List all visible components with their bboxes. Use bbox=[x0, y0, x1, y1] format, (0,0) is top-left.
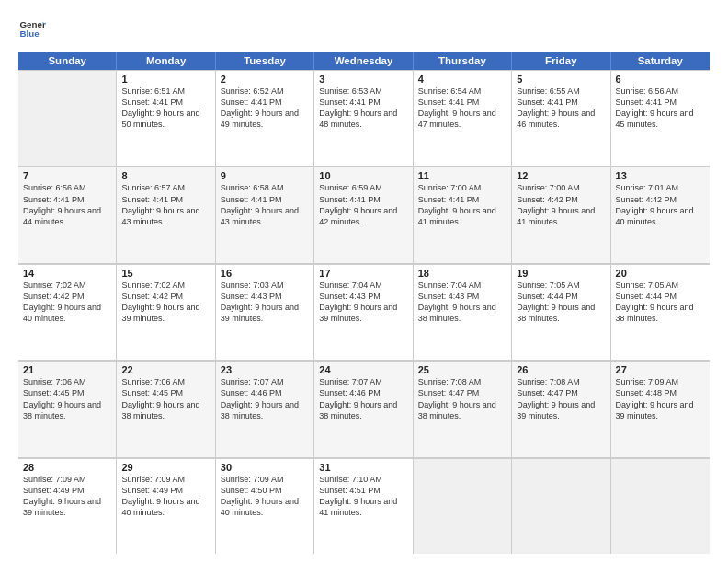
day-info: Sunrise: 6:59 AMSunset: 4:41 PMDaylight:… bbox=[319, 182, 407, 227]
calendar-cell: 11Sunrise: 7:00 AMSunset: 4:41 PMDayligh… bbox=[414, 167, 512, 262]
calendar-cell: 1Sunrise: 6:51 AMSunset: 4:41 PMDaylight… bbox=[117, 70, 215, 166]
calendar-header-cell: Sunday bbox=[18, 52, 117, 70]
calendar-cell bbox=[512, 458, 610, 554]
day-info: Sunrise: 6:52 AMSunset: 4:41 PMDaylight:… bbox=[221, 86, 309, 131]
day-number: 14 bbox=[23, 268, 111, 279]
svg-text:General: General bbox=[20, 19, 47, 29]
calendar-cell: 14Sunrise: 7:02 AMSunset: 4:42 PMDayligh… bbox=[18, 264, 117, 360]
calendar-cell: 26Sunrise: 7:08 AMSunset: 4:47 PMDayligh… bbox=[512, 361, 610, 456]
logo: General Blue bbox=[18, 15, 46, 42]
day-number: 22 bbox=[121, 364, 210, 375]
calendar-header-cell: Monday bbox=[117, 52, 215, 70]
day-number: 20 bbox=[616, 268, 705, 279]
day-info: Sunrise: 7:09 AMSunset: 4:49 PMDaylight:… bbox=[121, 474, 210, 519]
day-number: 10 bbox=[319, 170, 407, 181]
day-number: 4 bbox=[418, 74, 506, 85]
day-number: 7 bbox=[23, 170, 111, 181]
calendar-row: 14Sunrise: 7:02 AMSunset: 4:42 PMDayligh… bbox=[18, 264, 710, 361]
day-info: Sunrise: 6:53 AMSunset: 4:41 PMDaylight:… bbox=[319, 86, 407, 131]
calendar-cell: 25Sunrise: 7:08 AMSunset: 4:47 PMDayligh… bbox=[414, 361, 512, 456]
calendar-cell: 29Sunrise: 7:09 AMSunset: 4:49 PMDayligh… bbox=[117, 458, 215, 554]
calendar-cell: 16Sunrise: 7:03 AMSunset: 4:43 PMDayligh… bbox=[216, 264, 314, 360]
day-info: Sunrise: 7:04 AMSunset: 4:43 PMDaylight:… bbox=[319, 280, 407, 325]
day-number: 12 bbox=[517, 170, 605, 181]
day-info: Sunrise: 7:00 AMSunset: 4:41 PMDaylight:… bbox=[418, 182, 506, 227]
day-info: Sunrise: 7:00 AMSunset: 4:42 PMDaylight:… bbox=[517, 182, 605, 227]
day-number: 16 bbox=[221, 268, 309, 279]
calendar-body: 1Sunrise: 6:51 AMSunset: 4:41 PMDaylight… bbox=[18, 70, 710, 554]
day-number: 19 bbox=[517, 268, 605, 279]
day-number: 13 bbox=[616, 170, 705, 181]
calendar-cell: 22Sunrise: 7:06 AMSunset: 4:45 PMDayligh… bbox=[117, 361, 215, 456]
day-number: 15 bbox=[121, 268, 210, 279]
calendar-cell: 23Sunrise: 7:07 AMSunset: 4:46 PMDayligh… bbox=[216, 361, 314, 456]
calendar-cell: 8Sunrise: 6:57 AMSunset: 4:41 PMDaylight… bbox=[117, 167, 215, 262]
day-info: Sunrise: 6:51 AMSunset: 4:41 PMDaylight:… bbox=[121, 86, 210, 131]
day-number: 5 bbox=[517, 74, 605, 85]
calendar-header-cell: Friday bbox=[512, 52, 610, 70]
day-info: Sunrise: 7:02 AMSunset: 4:42 PMDaylight:… bbox=[121, 280, 210, 325]
day-info: Sunrise: 6:56 AMSunset: 4:41 PMDaylight:… bbox=[23, 182, 111, 227]
day-number: 24 bbox=[319, 364, 407, 375]
day-info: Sunrise: 7:10 AMSunset: 4:51 PMDaylight:… bbox=[319, 474, 407, 519]
day-info: Sunrise: 7:08 AMSunset: 4:47 PMDaylight:… bbox=[418, 376, 506, 421]
calendar: SundayMondayTuesdayWednesdayThursdayFrid… bbox=[18, 52, 710, 554]
day-info: Sunrise: 6:54 AMSunset: 4:41 PMDaylight:… bbox=[418, 86, 506, 131]
calendar-header-cell: Thursday bbox=[414, 52, 512, 70]
calendar-cell: 9Sunrise: 6:58 AMSunset: 4:41 PMDaylight… bbox=[216, 167, 314, 262]
day-number: 3 bbox=[319, 74, 407, 85]
calendar-cell: 27Sunrise: 7:09 AMSunset: 4:48 PMDayligh… bbox=[611, 361, 710, 456]
day-info: Sunrise: 7:07 AMSunset: 4:46 PMDaylight:… bbox=[221, 376, 309, 421]
day-info: Sunrise: 7:08 AMSunset: 4:47 PMDaylight:… bbox=[517, 376, 605, 421]
calendar-row: 7Sunrise: 6:56 AMSunset: 4:41 PMDaylight… bbox=[18, 167, 710, 263]
day-info: Sunrise: 7:03 AMSunset: 4:43 PMDaylight:… bbox=[221, 280, 309, 325]
calendar-cell: 4Sunrise: 6:54 AMSunset: 4:41 PMDaylight… bbox=[414, 70, 512, 166]
calendar-cell: 5Sunrise: 6:55 AMSunset: 4:41 PMDaylight… bbox=[512, 70, 610, 166]
day-info: Sunrise: 6:55 AMSunset: 4:41 PMDaylight:… bbox=[517, 86, 605, 131]
day-info: Sunrise: 7:01 AMSunset: 4:42 PMDaylight:… bbox=[616, 182, 705, 227]
day-info: Sunrise: 6:56 AMSunset: 4:41 PMDaylight:… bbox=[616, 86, 705, 131]
day-info: Sunrise: 7:05 AMSunset: 4:44 PMDaylight:… bbox=[616, 280, 705, 325]
day-info: Sunrise: 7:02 AMSunset: 4:42 PMDaylight:… bbox=[23, 280, 111, 325]
day-number: 1 bbox=[121, 74, 210, 85]
day-number: 25 bbox=[418, 364, 506, 375]
calendar-cell: 19Sunrise: 7:05 AMSunset: 4:44 PMDayligh… bbox=[512, 264, 610, 360]
day-info: Sunrise: 7:06 AMSunset: 4:45 PMDaylight:… bbox=[121, 376, 210, 421]
calendar-cell: 28Sunrise: 7:09 AMSunset: 4:49 PMDayligh… bbox=[18, 458, 117, 554]
day-info: Sunrise: 7:07 AMSunset: 4:46 PMDaylight:… bbox=[319, 376, 407, 421]
day-number: 27 bbox=[616, 364, 705, 375]
day-info: Sunrise: 7:04 AMSunset: 4:43 PMDaylight:… bbox=[418, 280, 506, 325]
day-number: 8 bbox=[121, 170, 210, 181]
day-number: 28 bbox=[23, 462, 111, 473]
calendar-cell: 30Sunrise: 7:09 AMSunset: 4:50 PMDayligh… bbox=[216, 458, 314, 554]
calendar-cell: 15Sunrise: 7:02 AMSunset: 4:42 PMDayligh… bbox=[117, 264, 215, 360]
calendar-cell bbox=[18, 70, 117, 166]
calendar-cell: 2Sunrise: 6:52 AMSunset: 4:41 PMDaylight… bbox=[216, 70, 314, 166]
page-container: General Blue SundayMondayTuesdayWednesda… bbox=[0, 0, 728, 563]
calendar-cell: 17Sunrise: 7:04 AMSunset: 4:43 PMDayligh… bbox=[314, 264, 413, 360]
calendar-cell: 13Sunrise: 7:01 AMSunset: 4:42 PMDayligh… bbox=[611, 167, 710, 262]
calendar-row: 21Sunrise: 7:06 AMSunset: 4:45 PMDayligh… bbox=[18, 361, 710, 457]
page-header: General Blue bbox=[18, 15, 710, 42]
calendar-header: SundayMondayTuesdayWednesdayThursdayFrid… bbox=[18, 52, 710, 70]
calendar-cell: 3Sunrise: 6:53 AMSunset: 4:41 PMDaylight… bbox=[314, 70, 413, 166]
calendar-header-cell: Wednesday bbox=[314, 52, 413, 70]
day-number: 2 bbox=[221, 74, 309, 85]
day-number: 17 bbox=[319, 268, 407, 279]
day-number: 23 bbox=[221, 364, 309, 375]
calendar-cell: 24Sunrise: 7:07 AMSunset: 4:46 PMDayligh… bbox=[314, 361, 413, 456]
calendar-row: 28Sunrise: 7:09 AMSunset: 4:49 PMDayligh… bbox=[18, 458, 710, 554]
calendar-cell: 20Sunrise: 7:05 AMSunset: 4:44 PMDayligh… bbox=[611, 264, 710, 360]
day-info: Sunrise: 6:57 AMSunset: 4:41 PMDaylight:… bbox=[121, 182, 210, 227]
day-info: Sunrise: 7:09 AMSunset: 4:49 PMDaylight:… bbox=[23, 474, 111, 519]
day-number: 21 bbox=[23, 364, 111, 375]
day-number: 6 bbox=[616, 74, 705, 85]
day-number: 31 bbox=[319, 462, 407, 473]
calendar-cell: 7Sunrise: 6:56 AMSunset: 4:41 PMDaylight… bbox=[18, 167, 117, 262]
calendar-cell: 12Sunrise: 7:00 AMSunset: 4:42 PMDayligh… bbox=[512, 167, 610, 262]
svg-text:Blue: Blue bbox=[20, 29, 40, 39]
day-info: Sunrise: 7:05 AMSunset: 4:44 PMDaylight:… bbox=[517, 280, 605, 325]
day-number: 9 bbox=[221, 170, 309, 181]
calendar-row: 1Sunrise: 6:51 AMSunset: 4:41 PMDaylight… bbox=[18, 70, 710, 167]
calendar-cell: 18Sunrise: 7:04 AMSunset: 4:43 PMDayligh… bbox=[414, 264, 512, 360]
